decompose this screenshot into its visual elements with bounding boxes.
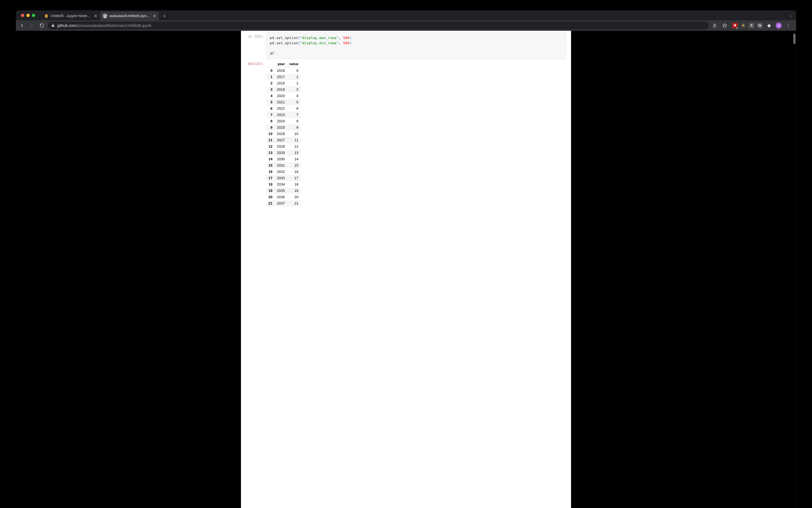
- cell-value: 9: [287, 124, 300, 131]
- cell-year: 2032: [275, 169, 287, 175]
- scrollbar-track[interactable]: [793, 31, 796, 508]
- cell-year: 2037: [275, 200, 287, 206]
- cell-year: 2024: [275, 118, 287, 124]
- cell-value: 8: [287, 118, 300, 124]
- row-index: 15: [266, 162, 275, 169]
- extension-icon[interactable]: S: [749, 23, 754, 28]
- address-bar[interactable]: github.com/jsoma/asdasdasd/blob/main/Unt…: [48, 22, 708, 30]
- cell-value: 0: [287, 67, 300, 74]
- cell-year: 2027: [275, 137, 287, 143]
- table-row: 720237: [266, 112, 301, 118]
- cell-value: 5: [287, 99, 300, 105]
- cell-value: 3: [287, 86, 300, 93]
- maximize-window-button[interactable]: [32, 14, 35, 17]
- code-block: pd.set_option("display.max_rows", 500) p…: [266, 33, 566, 59]
- close-window-button[interactable]: [21, 14, 24, 17]
- cell-year: 2028: [275, 143, 287, 150]
- cell-value: 12: [287, 143, 300, 150]
- cell-year: 2031: [275, 162, 287, 169]
- row-index: 18: [266, 181, 275, 187]
- notebook-output-cell: Out[25]: year value 02016012017122018232…: [241, 61, 571, 206]
- cell-value: 15: [287, 162, 300, 169]
- address-text: github.com/jsoma/asdasdasd/blob/main/Unt…: [57, 24, 151, 28]
- back-button[interactable]: [18, 22, 26, 30]
- cell-value: 20: [287, 194, 300, 200]
- cell-value: 1: [287, 74, 300, 80]
- tab-favicon: [103, 14, 107, 18]
- new-tab-button[interactable]: ＋: [161, 12, 168, 20]
- tabs-overflow-button[interactable]: ⌄: [786, 10, 796, 20]
- cell-value: 19: [287, 187, 300, 194]
- cell-year: 2023: [275, 112, 287, 118]
- column-header: value: [287, 61, 300, 67]
- svg-point-2: [788, 24, 788, 25]
- menu-kebab-icon[interactable]: [784, 22, 792, 30]
- row-index: 7: [266, 112, 275, 118]
- row-index: 1: [266, 74, 275, 80]
- browser-window: 📙 Untitled5 - Jupyter Notebook ✕ asdasda…: [16, 10, 796, 508]
- table-row: 15203115: [266, 162, 301, 169]
- window-controls: [19, 10, 41, 20]
- table-row: 120171: [266, 74, 301, 80]
- table-row: 21203721: [266, 200, 301, 206]
- svg-point-4: [788, 27, 788, 27]
- cell-value: 4: [287, 93, 300, 99]
- row-index: 3: [266, 86, 275, 93]
- cell-value: 6: [287, 105, 300, 112]
- page-viewport[interactable]: In [25]: pd.set_option("display.max_rows…: [16, 31, 796, 508]
- table-row: 14203014: [266, 156, 301, 162]
- svg-point-3: [788, 25, 788, 26]
- table-corner: [266, 61, 275, 67]
- share-button[interactable]: [711, 22, 719, 30]
- svg-marker-1: [723, 24, 726, 27]
- browser-tab[interactable]: asdasdasd/Untitled5.ipynb at m ✕: [100, 11, 159, 20]
- output-prompt-label: Out[25]:: [241, 61, 266, 206]
- table-row: 13202913: [266, 150, 301, 156]
- extensions-puzzle-icon[interactable]: [765, 22, 773, 30]
- row-index: 19: [266, 187, 275, 194]
- row-index: 6: [266, 105, 275, 112]
- reload-button[interactable]: [38, 22, 46, 30]
- extension-icon[interactable]: 1b: [757, 23, 763, 28]
- table-row: 620226: [266, 105, 301, 112]
- page-content: In [25]: pd.set_option("display.max_rows…: [241, 31, 571, 508]
- minimize-window-button[interactable]: [27, 14, 30, 17]
- cell-year: 2022: [275, 105, 287, 112]
- table-row: 020160: [266, 67, 301, 74]
- cell-value: 17: [287, 175, 300, 181]
- row-index: 13: [266, 150, 275, 156]
- row-index: 2: [266, 80, 275, 86]
- row-index: 4: [266, 93, 275, 99]
- ublock-extension-icon[interactable]: ⛊ 7: [732, 23, 738, 28]
- forward-button[interactable]: [28, 22, 36, 30]
- tab-close-icon[interactable]: ✕: [94, 14, 97, 18]
- column-header: year: [275, 61, 287, 67]
- cell-year: 2035: [275, 187, 287, 194]
- table-row: 320193: [266, 86, 301, 93]
- extensions-row: ⛊ 7 🐝 S 1b J: [731, 22, 794, 30]
- bookmark-star-icon[interactable]: [721, 22, 728, 30]
- scrollbar-thumb[interactable]: [793, 34, 796, 44]
- cell-value: 13: [287, 150, 300, 156]
- cell-value: 11: [287, 137, 300, 143]
- tab-strip: 📙 Untitled5 - Jupyter Notebook ✕ asdasda…: [16, 10, 796, 20]
- row-index: 21: [266, 200, 275, 206]
- profile-avatar[interactable]: J: [776, 23, 782, 29]
- cell-value: 21: [287, 200, 300, 206]
- cell-year: 2030: [275, 156, 287, 162]
- lock-icon: [51, 24, 55, 28]
- cell-year: 2025: [275, 124, 287, 131]
- cell-year: 2026: [275, 131, 287, 137]
- table-row: 19203519: [266, 187, 301, 194]
- cell-value: 14: [287, 156, 300, 162]
- tab-title: Untitled5 - Jupyter Notebook: [51, 14, 92, 18]
- table-row: 18203418: [266, 181, 301, 187]
- cell-year: 2033: [275, 175, 287, 181]
- tab-close-icon[interactable]: ✕: [153, 14, 156, 18]
- browser-tab[interactable]: 📙 Untitled5 - Jupyter Notebook ✕: [41, 11, 100, 20]
- cell-year: 2021: [275, 99, 287, 105]
- extension-icon[interactable]: 🐝: [740, 23, 746, 28]
- table-row: 12202812: [266, 143, 301, 150]
- table-row: 11202711: [266, 137, 301, 143]
- cell-year: 2020: [275, 93, 287, 99]
